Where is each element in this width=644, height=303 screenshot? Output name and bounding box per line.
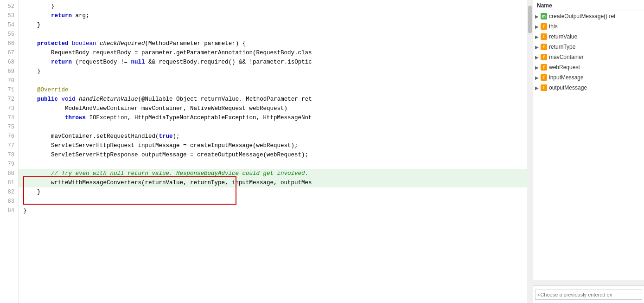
variables-panel-title: Name — [537, 2, 552, 9]
expand-arrow-icon: ▶ — [535, 65, 539, 70]
variable-item-createoutputmessage[interactable]: ▶ m createOutputMessage() ret — [533, 11, 644, 21]
line-num-79: 79 — [2, 160, 14, 169]
code-line-84: } — [19, 206, 527, 215]
field-icon: f — [541, 64, 547, 71]
variable-item-inputmessage[interactable]: ▶ f inputMessage — [533, 72, 644, 83]
code-line-54: } — [19, 20, 527, 30]
variable-name: mavContainer — [549, 54, 584, 60]
line-num-84: 84 — [2, 206, 14, 215]
expand-arrow-icon: ▶ — [535, 75, 539, 80]
code-line-53: return arg; — [19, 11, 527, 20]
code-line-52: } — [19, 2, 527, 11]
variable-name: returnValue — [549, 33, 577, 40]
line-num-73: 73 — [2, 104, 14, 113]
line-num-74: 74 — [2, 113, 14, 122]
scrollbar-thumb[interactable] — [528, 6, 532, 33]
expression-input[interactable] — [535, 290, 642, 300]
line-num-52: 52 — [2, 2, 14, 11]
variable-name: createOutputMessage() ret — [549, 13, 615, 19]
code-area: 52 53 54 55 66 67 68 69 70 71 72 73 74 7… — [0, 0, 533, 303]
code-line-55 — [19, 30, 527, 39]
panel-input-area — [533, 286, 644, 303]
variables-panel: Name ▶ m createOutputMessage() ret ▶ f t… — [533, 0, 644, 303]
expand-arrow-icon: ▶ — [535, 55, 539, 60]
variables-panel-header: Name — [533, 0, 644, 11]
code-line-71: @Override — [19, 85, 527, 95]
code-line-83 — [19, 197, 527, 206]
line-num-53: 53 — [2, 11, 14, 20]
code-line-76: mavContainer.setRequestHandled(true); — [19, 132, 527, 141]
code-line-69: } — [19, 67, 527, 76]
code-line-74: throws IOException, HttpMediaTypeNotAcce… — [19, 113, 527, 122]
line-num-82: 82 — [2, 187, 14, 197]
code-content[interactable]: } return arg; } protected boolean checkR… — [19, 0, 527, 303]
line-num-69: 69 — [2, 67, 14, 76]
line-num-76: 76 — [2, 132, 14, 141]
line-num-80: 80 — [2, 169, 14, 178]
variables-list: ▶ m createOutputMessage() ret ▶ f this ▶… — [533, 11, 644, 280]
code-line-70 — [19, 76, 527, 85]
code-line-82: } — [19, 187, 527, 197]
variable-item-outputmessage[interactable]: ▶ f outputMessage — [533, 83, 644, 93]
field-icon: f — [541, 74, 547, 81]
variable-name: this — [549, 23, 558, 30]
code-line-72: public void handleReturnValue(@Nullable … — [19, 95, 527, 104]
field-icon: f — [541, 44, 547, 50]
line-num-83: 83 — [2, 197, 14, 206]
code-line-73: ModelAndViewContainer mavContainer, Nati… — [19, 104, 527, 113]
variable-item-mavcontainer[interactable]: ▶ f mavContainer — [533, 52, 644, 62]
line-num-71: 71 — [2, 85, 14, 95]
code-line-75 — [19, 122, 527, 132]
code-line-77: ServletServerHttpRequest inputMessage = … — [19, 141, 527, 150]
expand-arrow-icon: ▶ — [535, 14, 539, 19]
vertical-scrollbar[interactable] — [527, 0, 533, 303]
code-line-78: ServletServerHttpResponse outputMessage … — [19, 150, 527, 160]
line-numbers: 52 53 54 55 66 67 68 69 70 71 72 73 74 7… — [0, 0, 19, 303]
field-icon: f — [541, 23, 547, 30]
variable-name: outputMessage — [549, 84, 587, 91]
line-num-75: 75 — [2, 122, 14, 132]
expand-arrow-icon: ▶ — [535, 45, 539, 50]
variable-name: webRequest — [549, 64, 580, 71]
code-line-67: RequestBody requestBody = parameter.getP… — [19, 48, 527, 58]
code-editor: 52 53 54 55 66 67 68 69 70 71 72 73 74 7… — [0, 0, 533, 303]
variable-item-webrequest[interactable]: ▶ f webRequest — [533, 62, 644, 72]
field-icon: f — [541, 84, 547, 91]
line-num-72: 72 — [2, 95, 14, 104]
line-num-81: 81 — [2, 178, 14, 187]
code-line-79 — [19, 160, 527, 169]
panel-bottom — [533, 280, 644, 303]
line-num-54: 54 — [2, 20, 14, 30]
horizontal-scrollbar[interactable] — [533, 280, 644, 286]
line-num-77: 77 — [2, 141, 14, 150]
code-line-68: return (requestBody != null && requestBo… — [19, 58, 527, 67]
code-line-80: // Try even with null return value. Resp… — [19, 169, 527, 178]
variable-item-returnvalue[interactable]: ▶ f returnValue — [533, 32, 644, 42]
line-num-68: 68 — [2, 58, 14, 67]
line-num-67: 67 — [2, 48, 14, 58]
expand-arrow-icon: ▶ — [535, 24, 539, 29]
expand-arrow-icon: ▶ — [535, 34, 539, 39]
line-num-55: 55 — [2, 30, 14, 39]
line-num-66: 66 — [2, 39, 14, 48]
code-line-81: writeWithMessageConverters(returnValue, … — [19, 178, 527, 187]
code-line-66: protected boolean checkRequired(MethodPa… — [19, 39, 527, 48]
expand-arrow-icon: ▶ — [535, 85, 539, 90]
variable-name: inputMessage — [549, 74, 584, 81]
field-icon: f — [541, 33, 547, 40]
line-num-78: 78 — [2, 150, 14, 160]
variable-item-this[interactable]: ▶ f this — [533, 21, 644, 32]
variable-item-returntype[interactable]: ▶ f returnType — [533, 42, 644, 52]
line-num-70: 70 — [2, 76, 14, 85]
method-icon: m — [541, 13, 547, 19]
variable-name: returnType — [549, 44, 575, 50]
field-icon: f — [541, 54, 547, 60]
